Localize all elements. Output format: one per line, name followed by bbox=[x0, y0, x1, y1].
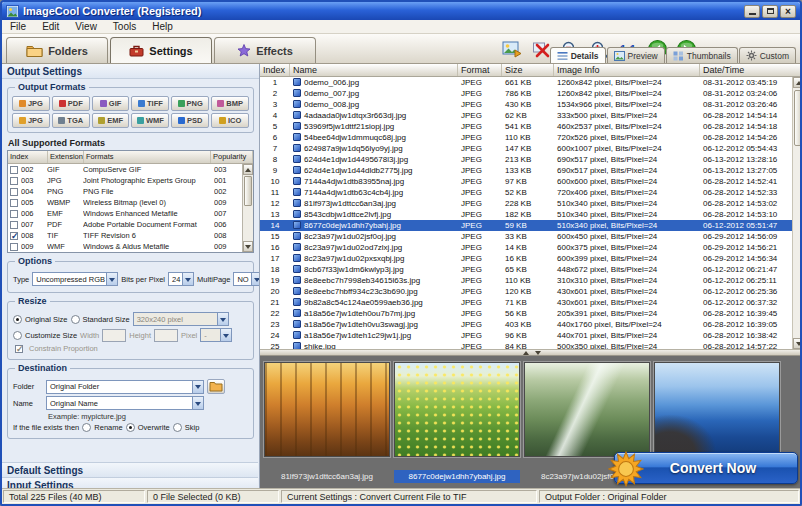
file-row[interactable]: 178c23a97jw1du02pxsxqbj.jpgJPEG16 KB600x… bbox=[260, 253, 792, 264]
exists-option-skip[interactable]: Skip bbox=[173, 423, 200, 432]
standard-size-radio[interactable] bbox=[71, 315, 80, 324]
bits-per-pixel-combo[interactable]: 24 bbox=[168, 272, 194, 286]
format-checkbox[interactable] bbox=[10, 199, 18, 207]
chevron-down-icon[interactable] bbox=[182, 273, 193, 285]
formats-list-row[interactable]: 004PNGPNG File002 bbox=[8, 186, 242, 197]
customize-size-option[interactable]: Customize Size bbox=[13, 331, 77, 340]
file-row[interactable]: 22a18a56e7jw1dteh0ou7b7mj.jpgJPEG56 KB20… bbox=[260, 308, 792, 319]
format-checkbox[interactable] bbox=[10, 243, 18, 251]
scroll-thumb[interactable] bbox=[794, 90, 802, 146]
formats-list-row[interactable]: 002GIFCompuServe GIF003 bbox=[8, 164, 242, 175]
format-button-bmp[interactable]: BMP bbox=[211, 96, 249, 111]
format-checkbox[interactable] bbox=[10, 210, 18, 218]
formats-list-row[interactable]: 003JPGJoint Photographic Experts Group00… bbox=[8, 175, 242, 186]
chevron-down-icon[interactable] bbox=[192, 397, 203, 409]
file-col-header-size[interactable]: Size bbox=[502, 64, 554, 76]
name-combo[interactable]: Original Name bbox=[46, 396, 204, 410]
format-button-tiff[interactable]: TIFF bbox=[131, 96, 169, 111]
pixel-unit-combo[interactable]: - bbox=[200, 328, 232, 342]
formats-col-header[interactable]: Index bbox=[8, 151, 48, 163]
customize-size-radio[interactable] bbox=[13, 331, 22, 340]
chevron-down-icon[interactable] bbox=[192, 381, 203, 393]
file-col-header-datetime[interactable]: Date/Time bbox=[700, 64, 802, 76]
chevron-down-icon[interactable] bbox=[106, 273, 117, 285]
menu-item-view[interactable]: View bbox=[67, 20, 105, 34]
tab-folders[interactable]: Folders bbox=[6, 37, 108, 63]
convert-now-button[interactable]: Convert Now bbox=[614, 452, 798, 484]
file-row[interactable]: 44adaada0jw1dtqx3r663dj.jpgJPEG62 KB333x… bbox=[260, 110, 792, 121]
formats-list-row[interactable]: 006EMFWindows Enhanced Metafile007 bbox=[8, 208, 242, 219]
scroll-thumb[interactable] bbox=[244, 176, 252, 206]
formats-list-row[interactable]: 007PDFAdobe Portable Document Format006 bbox=[8, 219, 242, 230]
menu-item-tools[interactable]: Tools bbox=[105, 20, 144, 34]
scroll-down-button[interactable] bbox=[243, 241, 253, 252]
file-row[interactable]: 7624987a9jw1dq56lyo9yj.jpgJPEG147 KB600x… bbox=[260, 143, 792, 154]
scroll-up-button[interactable] bbox=[243, 164, 253, 175]
format-checkbox[interactable] bbox=[10, 232, 18, 240]
formats-scrollbar[interactable] bbox=[242, 164, 253, 252]
browse-folder-button[interactable] bbox=[207, 379, 225, 394]
format-checkbox[interactable] bbox=[10, 221, 18, 229]
file-row[interactable]: 117144a4djw1dtb63c4cb4j.jpgJPEG52 KB720x… bbox=[260, 187, 792, 198]
file-row[interactable]: 20demo_007.jpgJPEG786 KB1260x842 pixel, … bbox=[260, 88, 792, 99]
menu-item-edit[interactable]: Edit bbox=[34, 20, 67, 34]
minimize-button[interactable] bbox=[744, 5, 760, 18]
formats-list-row[interactable]: 008TIFTIFF Revision 6008 bbox=[8, 230, 242, 241]
tab-settings[interactable]: Settings bbox=[110, 37, 212, 63]
format-button-wmf[interactable]: WMF bbox=[131, 113, 169, 128]
file-row[interactable]: 24a18a56e7jw1dteh1c29jw1j.jpgJPEG96 KB44… bbox=[260, 330, 792, 341]
multipage-combo[interactable]: NO bbox=[233, 272, 260, 286]
chevron-down-icon[interactable] bbox=[251, 273, 260, 285]
file-row[interactable]: 138543cdbjw1dttce2lvfj.jpgJPEG182 KB510x… bbox=[260, 209, 792, 220]
exists-option-rename[interactable]: Rename bbox=[82, 423, 122, 432]
file-row[interactable]: 10demo_006.jpgJPEG661 KB1260x842 pixel, … bbox=[260, 77, 792, 88]
height-input[interactable] bbox=[154, 329, 178, 342]
chevron-down-icon[interactable] bbox=[217, 313, 228, 325]
folder-combo[interactable]: Original Folder bbox=[46, 380, 204, 394]
file-row[interactable]: 188cb67f33jw1dm6kwlyp3j.jpgJPEG65 KB448x… bbox=[260, 264, 792, 275]
format-button-jpg[interactable]: JPG bbox=[12, 113, 50, 128]
standard-size-option[interactable]: Standard Size bbox=[71, 315, 130, 324]
default-settings-section[interactable]: Default Settings bbox=[2, 462, 258, 477]
formats-col-header[interactable]: Popularity bbox=[211, 151, 253, 163]
file-row[interactable]: 219b82a8c54c124ae0599aeb36.jpgJPEG71 KB4… bbox=[260, 297, 792, 308]
format-button-emf[interactable]: EMF bbox=[92, 113, 130, 128]
file-row[interactable]: 654bee64djw1dmmuqc68j.jpgJPEG110 KB720x5… bbox=[260, 132, 792, 143]
menu-item-file[interactable]: File bbox=[2, 20, 34, 34]
formats-col-header[interactable]: Extension bbox=[48, 151, 84, 163]
file-row[interactable]: 208e8eebc7hbff934c23c3b690.jpgJPEG120 KB… bbox=[260, 286, 792, 297]
file-row[interactable]: 9624d4e1djw1d44dldb2775j.jpgJPEG133 KB69… bbox=[260, 165, 792, 176]
standard-size-combo[interactable]: 320x240 pixel bbox=[133, 312, 229, 326]
format-checkbox[interactable] bbox=[10, 166, 18, 174]
format-button-jpg[interactable]: JPG bbox=[12, 96, 50, 111]
format-button-pdf[interactable]: PDF bbox=[52, 96, 90, 111]
type-combo[interactable]: Uncompressed RGB bbox=[32, 272, 118, 286]
file-row[interactable]: 198e8eebc7h7998eb34615l63s.jpgJPEG110 KB… bbox=[260, 275, 792, 286]
file-col-header-format[interactable]: Format bbox=[458, 64, 502, 76]
format-button-png[interactable]: PNG bbox=[171, 96, 209, 111]
splitter-handle[interactable] bbox=[260, 349, 802, 356]
exists-option-overwrite[interactable]: Overwrite bbox=[126, 423, 170, 432]
file-col-header-name[interactable]: Name bbox=[290, 64, 458, 76]
format-button-tga[interactable]: TGA bbox=[52, 113, 90, 128]
scroll-down-button[interactable] bbox=[793, 338, 802, 349]
file-row[interactable]: 23a18a56e7jw1dteh0vu3swagj.jpgJPEG403 KB… bbox=[260, 319, 792, 330]
maximize-button[interactable] bbox=[762, 5, 778, 18]
title-bar[interactable]: ImageCool Converter (Registered) bbox=[2, 2, 800, 20]
format-checkbox[interactable] bbox=[10, 177, 18, 185]
constrain-checkbox[interactable] bbox=[15, 345, 23, 353]
original-size-option[interactable]: Original Size bbox=[13, 315, 68, 324]
file-row[interactable]: 1281lf973jw1dttcc6an3aj.jpgJPEG228 KB510… bbox=[260, 198, 792, 209]
formats-list-row[interactable]: 005WBMPWireless Bitmap (level 0)009 bbox=[8, 197, 242, 208]
file-row[interactable]: 8624d4e1djw1d4495678l3j.jpgJPEG213 KB690… bbox=[260, 154, 792, 165]
file-row[interactable]: 158c23a97jw1du02jsf0oj.jpgJPEG33 KB600x4… bbox=[260, 231, 792, 242]
view-tab-thumbnails[interactable]: Thumbnails bbox=[666, 47, 738, 63]
file-row[interactable]: 168c23a97jw1du02od7zlxj.jpgJPEG14 KB600x… bbox=[260, 242, 792, 253]
close-button[interactable] bbox=[780, 5, 796, 18]
scroll-up-button[interactable] bbox=[793, 77, 802, 88]
file-col-header-imageinfo[interactable]: Image Info bbox=[554, 64, 700, 76]
formats-col-header[interactable]: Formats bbox=[84, 151, 211, 163]
tab-effects[interactable]: Effects bbox=[214, 37, 316, 63]
file-row[interactable]: 148677c0dejw1dhh7ybahj.jpgJPEG59 KB510x3… bbox=[260, 220, 792, 231]
view-tab-custom[interactable]: Custom bbox=[739, 47, 796, 63]
